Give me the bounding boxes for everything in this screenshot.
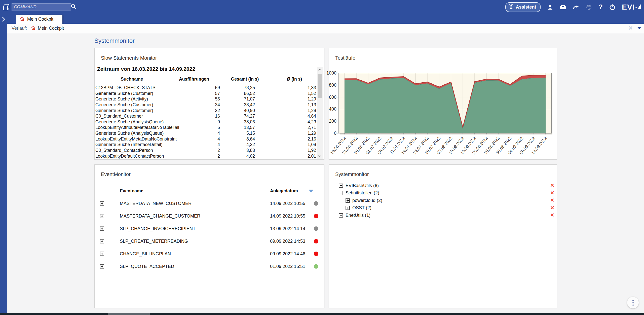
- tree-item[interactable]: EnetUtils (1): [339, 212, 370, 218]
- globe-icon[interactable]: [586, 4, 592, 10]
- cell-value: 55: [191, 96, 220, 102]
- verlauf-item-mein-cockpit[interactable]: Mein Cockpit: [31, 25, 64, 31]
- remove-icon[interactable]: ✕: [550, 183, 554, 188]
- expand-plus-icon[interactable]: [100, 227, 104, 231]
- event-row[interactable]: MASTERDATA_NEW_CUSTOMER14.09.2022 10:55: [95, 198, 324, 209]
- event-name: CHANGE_BILLINGPLAN: [120, 251, 171, 257]
- column-header-anlagedatum[interactable]: Anlagedatum: [270, 188, 298, 194]
- table-row[interactable]: Generierte Suche (AnalysisQueue)938,064,…: [95, 119, 318, 125]
- table-row[interactable]: LookupEntityDefaultContactPerson24,022,0…: [95, 153, 318, 159]
- tab-mein-cockpit[interactable]: Mein Cockpit: [16, 15, 62, 24]
- cell-value: 2: [191, 153, 220, 159]
- expand-plus-icon[interactable]: [100, 214, 104, 218]
- app-cube-icon[interactable]: [3, 4, 10, 12]
- scrollbar-thumb[interactable]: [108, 313, 150, 315]
- sort-descending-icon[interactable]: [309, 190, 313, 193]
- cell-value: 5,15: [220, 130, 255, 136]
- expand-sidebar-chevron-icon[interactable]: [2, 17, 5, 23]
- help-icon[interactable]: ?: [598, 3, 603, 11]
- cell-value: 1,92: [255, 148, 316, 153]
- event-row[interactable]: SLP_CREATE_METERREADING09.09.2022 14:53: [95, 236, 324, 247]
- expand-plus-icon[interactable]: [346, 198, 350, 203]
- collapse-minus-icon[interactable]: [339, 191, 343, 195]
- close-icon[interactable]: ✕: [628, 25, 633, 31]
- power-icon[interactable]: [609, 4, 615, 10]
- event-row[interactable]: MASTERDATA_CHANGE_CUSTOMER14.09.2022 10:…: [95, 211, 324, 222]
- event-row[interactable]: SLP_QUOTE_ACCEPTED01.09.2022 15:51: [95, 261, 324, 272]
- table-row[interactable]: Generierte Suche (Customer)3438,421,13: [95, 102, 318, 108]
- event-name: MASTERDATA_CHANGE_CUSTOMER: [120, 214, 200, 219]
- user-icon[interactable]: [547, 4, 553, 10]
- tree-item[interactable]: EVIBaseUtils (6): [339, 183, 379, 189]
- table-row[interactable]: Generierte Suche (Customer)3240,901,28: [95, 108, 318, 114]
- more-options-button[interactable]: [627, 297, 639, 308]
- table-row[interactable]: LookupEntityAttributeMetaDataNoTableTail…: [95, 125, 318, 130]
- cell-value: 32: [191, 108, 220, 114]
- event-name: MASTERDATA_NEW_CUSTOMER: [120, 201, 192, 206]
- table-row[interactable]: Generierte Suche (AnalysisQueue)45,151,2…: [95, 130, 318, 136]
- application-window: { "topbar": { "command_placeholder": "CO…: [0, 0, 644, 315]
- table-row[interactable]: Generierte Suche (Activity)5571,071,29: [95, 96, 318, 102]
- redo-icon[interactable]: [573, 5, 579, 10]
- remove-icon[interactable]: ✕: [550, 198, 554, 203]
- event-row[interactable]: SLP_CHANGE_INVOICERECIPIENT13.09.2022 14…: [95, 223, 324, 234]
- scrollbar-thumb[interactable]: [318, 74, 322, 98]
- vertical-scrollbar[interactable]: [317, 67, 323, 159]
- assistent-button[interactable]: Assistent: [505, 2, 541, 12]
- command-input[interactable]: [12, 3, 71, 11]
- tree-item[interactable]: OSST (2): [346, 205, 371, 211]
- expand-plus-icon[interactable]: [346, 206, 350, 210]
- tree-item-label: EVIBaseUtils (6): [346, 183, 379, 188]
- table-row[interactable]: Generierte Suche (InterfaceDetail)44,321…: [95, 142, 318, 148]
- tab-label: Mein Cockpit: [27, 17, 53, 22]
- remove-icon[interactable]: ✕: [550, 205, 554, 210]
- expand-plus-icon[interactable]: [100, 264, 104, 269]
- panel-title: Systemmonitor: [335, 171, 369, 177]
- table-row[interactable]: Generierte Suche (Customer)5786,521,52: [95, 91, 318, 96]
- cell-value: 16: [191, 113, 220, 119]
- panel-slow-statements: Slow Statements Monitor Zeitraum von 16.…: [94, 48, 324, 160]
- cell-value: 2,71: [255, 125, 316, 130]
- cell-value: 1,08: [255, 142, 316, 148]
- expand-plus-icon[interactable]: [339, 213, 343, 218]
- table-row[interactable]: LookupEntityEntityMetaDataNoConstraint48…: [95, 136, 318, 142]
- tree-item-label: OSST (2): [352, 205, 371, 211]
- horizontal-scrollbar: [0, 313, 644, 315]
- cell-suchname: Generierte Suche (Customer): [95, 108, 191, 114]
- inbox-icon[interactable]: [560, 5, 566, 10]
- status-indicator-gray: [314, 201, 318, 206]
- tab-bar: Mein Cockpit: [0, 14, 644, 24]
- expand-plus-icon[interactable]: [100, 252, 104, 256]
- scroll-down-icon[interactable]: [318, 154, 322, 158]
- slow-statements-period: Zeitraum von 16.03.2022 bis 14.09.2022: [97, 66, 195, 72]
- table-row[interactable]: C12BPM_DB_CHECK_STATS5978,251,33: [95, 85, 318, 91]
- panel-title: Slow Statements Monitor: [101, 55, 157, 61]
- table-row[interactable]: C0_Standard_Customer1674,274,64: [95, 113, 318, 119]
- chevron-down-icon[interactable]: [637, 27, 641, 29]
- cell-value: 2: [191, 148, 220, 153]
- cell-value: 8,64: [220, 136, 255, 142]
- tree-item-label: Schnittstellen (2): [346, 190, 379, 196]
- tree-item-label: powercloud (2): [352, 198, 382, 203]
- remove-icon[interactable]: ✕: [550, 190, 554, 195]
- assistent-label: Assistent: [516, 5, 536, 10]
- expand-plus-icon[interactable]: [100, 201, 104, 206]
- expand-plus-icon[interactable]: [339, 184, 343, 188]
- cell-suchname: Generierte Suche (Activity): [95, 96, 191, 102]
- tree-item[interactable]: Schnittstellen (2): [339, 190, 379, 196]
- cell-suchname: LookupEntityAttributeMetaDataNoTableTail: [95, 125, 191, 130]
- scroll-up-icon[interactable]: [318, 68, 322, 72]
- event-row[interactable]: CHANGE_BILLINGPLAN09.09.2022 14:46: [95, 248, 324, 259]
- search-icon[interactable]: [71, 4, 77, 11]
- table-row[interactable]: C0_Standard_ContactPerson23,831,92: [95, 148, 318, 153]
- sail-icon: [637, 3, 641, 11]
- top-bar-actions: Assistent ?: [505, 0, 641, 14]
- expand-plus-icon[interactable]: [100, 239, 104, 243]
- top-bar: Assistent ?: [0, 0, 644, 14]
- cell-value: 4,64: [255, 113, 316, 119]
- cell-value: 13,57: [220, 125, 255, 130]
- tree-item[interactable]: powercloud (2): [346, 197, 382, 203]
- column-header-eventname[interactable]: Eventname: [120, 188, 143, 194]
- remove-icon[interactable]: ✕: [550, 213, 554, 218]
- cell-value: 78,25: [220, 85, 255, 91]
